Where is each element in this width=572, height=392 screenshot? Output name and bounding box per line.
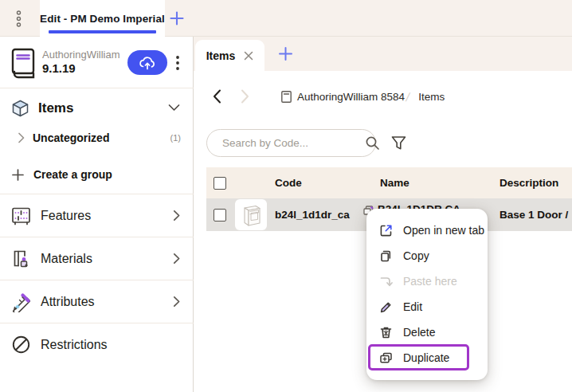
external-link-icon (378, 223, 394, 238)
sidebar-item-attributes-label: Attributes (41, 295, 95, 309)
uncategorized-count: (1) (170, 133, 181, 143)
menu-item-open-in-new-tab[interactable]: Open in new tab (366, 218, 488, 243)
tab-items-label: Items (206, 49, 236, 62)
delete-icon (378, 325, 394, 340)
cube-icon (11, 99, 29, 118)
materials-icon (10, 249, 32, 269)
sidebar-item-features[interactable]: Features (0, 194, 194, 237)
sidebar-item-items[interactable]: Items (0, 96, 193, 121)
breadcrumb: AuthoringWilliam 8584 / Items (194, 85, 572, 108)
sidebar-item-uncategorized[interactable]: Uncategorized (1) (0, 126, 193, 150)
duplicate-icon (378, 351, 394, 366)
breadcrumb-separator: / (405, 90, 411, 104)
filter-icon[interactable] (390, 135, 407, 151)
menu-item-copy[interactable]: Copy (366, 243, 488, 269)
catalog-version: 9.1.19 (42, 61, 76, 75)
attributes-icon (10, 292, 32, 312)
menu-item-edit[interactable]: Edit (366, 294, 488, 319)
context-menu: Open in new tab Copy Paste here (366, 209, 488, 380)
cloud-upload-icon (138, 54, 157, 72)
select-all-checkbox[interactable] (214, 177, 226, 190)
sidebar-item-features-label: Features (41, 209, 91, 223)
edit-icon (378, 300, 394, 315)
copy-icon (378, 249, 394, 264)
paste-here-icon (378, 274, 394, 289)
item-thumbnail (235, 199, 267, 230)
window-tab-active[interactable]: Edit - PM Demo Imperial (40, 0, 165, 37)
uncategorized-label: Uncategorized (33, 131, 109, 144)
cabinet-drawing-icon (237, 202, 264, 229)
breadcrumb-catalog[interactable]: AuthoringWilliam 8584 (297, 91, 405, 103)
breadcrumb-current: Items (418, 91, 445, 103)
document-tab-strip: Items (194, 37, 572, 71)
window-tab-label: Edit - PM Demo Imperial (40, 13, 165, 25)
create-group-button[interactable]: Create a group (0, 163, 193, 186)
chevron-right-icon[interactable] (173, 210, 180, 221)
sidebar-sections: Features Materials (0, 194, 194, 366)
tab-items[interactable]: Items (195, 40, 264, 71)
create-group-label: Create a group (33, 168, 112, 181)
app-window: Edit - PM Demo Imperial AuthoringWilliam… (0, 0, 572, 392)
column-header-description[interactable]: Description (500, 177, 572, 189)
sidebar-item-restrictions-label: Restrictions (41, 338, 108, 352)
features-icon (10, 206, 32, 226)
new-document-tab-button[interactable] (278, 46, 293, 61)
new-window-tab-button[interactable] (169, 10, 185, 26)
chevron-right-icon[interactable] (173, 253, 180, 265)
chevron-down-icon[interactable] (168, 104, 180, 112)
chevron-right-icon[interactable] (173, 296, 180, 308)
window-menu-icon[interactable] (14, 10, 23, 28)
active-tab-underline (49, 30, 156, 33)
catalog-name: AuthoringWilliam (42, 49, 120, 61)
catalog-more-icon[interactable] (175, 55, 180, 71)
search-row (206, 128, 407, 157)
divider (0, 88, 194, 88)
sidebar-item-restrictions[interactable]: Restrictions (0, 323, 194, 366)
menu-item-paste-here: Paste here (366, 269, 488, 294)
catalog-book-icon (10, 47, 37, 79)
chevron-right-icon[interactable] (18, 132, 25, 143)
column-header-code[interactable]: Code (275, 177, 380, 189)
search-icon[interactable] (365, 135, 380, 151)
column-header-name[interactable]: Name (380, 177, 500, 189)
sidebar-item-items-label: Items (38, 100, 73, 116)
table-header: Code Name Description (206, 167, 572, 198)
item-description: Base 1 Door / (500, 209, 572, 221)
row-checkbox[interactable] (214, 209, 226, 221)
catalog-profile: AuthoringWilliam 9.1.19 (0, 37, 193, 88)
sidebar-item-attributes[interactable]: Attributes (0, 280, 194, 323)
back-button[interactable] (213, 89, 221, 104)
menu-item-duplicate[interactable]: Duplicate (366, 345, 488, 370)
window-tab-bar: Edit - PM Demo Imperial (0, 0, 572, 37)
sidebar: AuthoringWilliam 9.1.19 (0, 37, 194, 392)
forward-button[interactable] (241, 89, 249, 104)
restrictions-icon (10, 335, 32, 355)
plus-icon (12, 169, 24, 181)
catalog-book-small-icon (280, 90, 292, 104)
sidebar-item-materials-label: Materials (41, 252, 92, 266)
search-input[interactable] (221, 136, 365, 150)
search-box[interactable] (206, 129, 376, 157)
close-icon[interactable] (244, 51, 253, 61)
menu-item-delete[interactable]: Delete (366, 319, 488, 345)
publish-button[interactable] (127, 50, 167, 75)
sidebar-item-materials[interactable]: Materials (0, 237, 194, 280)
